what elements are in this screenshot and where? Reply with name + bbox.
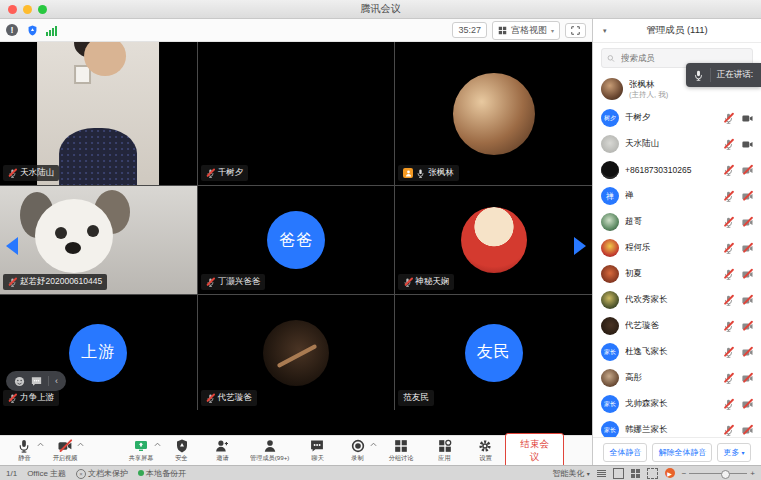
participant-row[interactable]: 超哥 (601, 209, 753, 235)
settings-button[interactable]: 设置 (465, 439, 506, 463)
previous-page-arrow[interactable] (6, 237, 18, 255)
video-tile[interactable]: 张枫林 (395, 42, 592, 185)
muted-mic-icon[interactable] (723, 399, 734, 410)
chevron-up-icon[interactable] (370, 442, 377, 447)
view-mode-button[interactable]: 宫格视图 ▾ (492, 21, 560, 40)
muted-mic-icon[interactable] (723, 295, 734, 306)
beautify-button[interactable]: 智能美化 ▾ (552, 468, 589, 479)
participant-row[interactable]: +8618730310265 (601, 157, 753, 183)
video-tile[interactable]: 代艺璇爸 (198, 295, 395, 410)
video-tile[interactable]: 友民 范友民 (395, 295, 592, 410)
camera-off-icon[interactable] (742, 243, 753, 254)
protect-status[interactable]: ×文档未保护 (76, 468, 128, 479)
camera-off-icon[interactable] (742, 347, 753, 358)
breakout-rooms-button[interactable]: 分组讨论 (378, 439, 424, 463)
view-columns-icon[interactable] (647, 468, 658, 479)
shield-icon[interactable] (25, 23, 39, 37)
camera-off-icon[interactable] (742, 191, 753, 202)
view-grid-icon[interactable] (631, 469, 640, 478)
muted-mic-icon[interactable] (723, 347, 734, 358)
camera-off-icon[interactable] (742, 165, 753, 176)
chat-bubble-icon[interactable] (31, 376, 42, 387)
muted-mic-icon[interactable] (723, 373, 734, 384)
camera-on-icon[interactable] (742, 113, 753, 124)
zoom-slider[interactable]: − + (682, 469, 755, 478)
camera-off-icon[interactable] (742, 295, 753, 306)
participant-row[interactable]: 高彤 (601, 365, 753, 391)
video-tile[interactable]: 爸爸 丁灏兴爸爸 (198, 186, 395, 294)
video-tile[interactable]: 神秘天娴 (395, 186, 592, 294)
participant-row[interactable]: 家长 韩娜兰家长 (601, 417, 753, 437)
host-label: (主持人, 我) (629, 90, 668, 99)
camera-on-icon[interactable] (742, 139, 753, 150)
unmute-all-button[interactable]: 解除全体静音 (652, 443, 712, 462)
view-page-icon[interactable] (613, 468, 624, 479)
zoom-thumb[interactable] (721, 470, 730, 479)
camera-off-icon (58, 439, 72, 453)
muted-mic-icon[interactable] (723, 113, 734, 124)
end-meeting-button[interactable]: 结束会议 (505, 433, 564, 469)
smiley-icon[interactable] (14, 376, 25, 387)
invite-button[interactable]: 邀请 (202, 439, 243, 463)
muted-mic-icon[interactable] (723, 139, 734, 150)
avatar (601, 265, 619, 283)
security-button[interactable]: 安全 (162, 439, 203, 463)
zoom-track[interactable] (689, 473, 747, 474)
video-tile[interactable]: 赵若妤202000610445 (0, 186, 197, 294)
muted-mic-icon[interactable] (723, 269, 734, 280)
camera-off-icon[interactable] (742, 217, 753, 228)
start-video-button[interactable]: 开启视频 (45, 439, 86, 463)
speaking-tooltip: 正在讲话: (686, 63, 761, 87)
muted-mic-icon[interactable] (723, 217, 734, 228)
fullscreen-button[interactable] (565, 23, 586, 38)
apps-button[interactable]: 应用 (424, 439, 465, 463)
zoom-out-button[interactable]: − (682, 469, 687, 478)
view-lines-icon[interactable] (597, 469, 606, 477)
participant-row[interactable]: 树夕 千树夕 (601, 105, 753, 131)
camera-off-icon[interactable] (742, 399, 753, 410)
participant-row[interactable]: 禅 禅 (601, 183, 753, 209)
next-page-arrow[interactable] (574, 237, 586, 255)
participant-name: 千树夕 (218, 167, 244, 179)
participant-row[interactable]: 代艺璇爸 (601, 313, 753, 339)
window-title: 腾讯会议 (0, 2, 761, 16)
manage-members-button[interactable]: 管理成员(99+) (243, 439, 297, 463)
theme-label[interactable]: Office 主题 (27, 468, 66, 479)
zoom-in-button[interactable]: + (750, 469, 755, 478)
backup-status[interactable]: 本地备份开 (138, 468, 186, 479)
chevron-up-icon[interactable] (37, 442, 44, 447)
chevron-up-icon[interactable] (154, 442, 161, 447)
collapse-pill-button[interactable]: ‹ (55, 376, 58, 386)
muted-mic-icon[interactable] (723, 165, 734, 176)
participant-row[interactable]: 天水陆山 (601, 131, 753, 157)
video-tile[interactable]: 千树夕 (198, 42, 395, 185)
participant-row[interactable]: 初夏 (601, 261, 753, 287)
mute-all-button[interactable]: 全体静音 (603, 443, 647, 462)
camera-off-icon[interactable] (742, 373, 753, 384)
info-icon[interactable]: ! (6, 24, 18, 36)
video-tile[interactable]: 天水陆山 (0, 42, 197, 185)
reaction-pill[interactable]: ‹ (6, 371, 66, 391)
muted-mic-icon[interactable] (723, 243, 734, 254)
record-button[interactable]: 录制 (337, 439, 378, 463)
chat-button[interactable]: 聊天 (297, 439, 338, 463)
participant-row[interactable]: 程何乐 (601, 235, 753, 261)
participant-name: 代艺璇爸 (218, 392, 252, 404)
muted-mic-icon[interactable] (723, 191, 734, 202)
avatar (601, 291, 619, 309)
participant-row[interactable]: 家长 戈帅森家长 (601, 391, 753, 417)
play-icon[interactable]: ▶ (665, 468, 675, 478)
muted-mic-icon[interactable] (723, 425, 734, 436)
more-button[interactable]: 更多▾ (717, 443, 750, 462)
camera-off-icon[interactable] (742, 321, 753, 332)
participant-row[interactable]: 代欢秀家长 (601, 287, 753, 313)
chevron-up-icon[interactable] (77, 442, 84, 447)
muted-mic-icon[interactable] (723, 321, 734, 332)
camera-off-icon[interactable] (742, 269, 753, 280)
mute-button[interactable]: 静音 (4, 439, 45, 463)
camera-off-icon[interactable] (742, 425, 753, 436)
participant-row[interactable]: 家长 杜逸飞家长 (601, 339, 753, 365)
share-screen-button[interactable]: 共享屏幕 (121, 439, 162, 463)
participant-list[interactable]: 张枫林 (主持人, 我) 树夕 千树夕 天水陆山 (593, 73, 761, 437)
video-tile[interactable]: 上游 力争上游 (0, 295, 197, 410)
